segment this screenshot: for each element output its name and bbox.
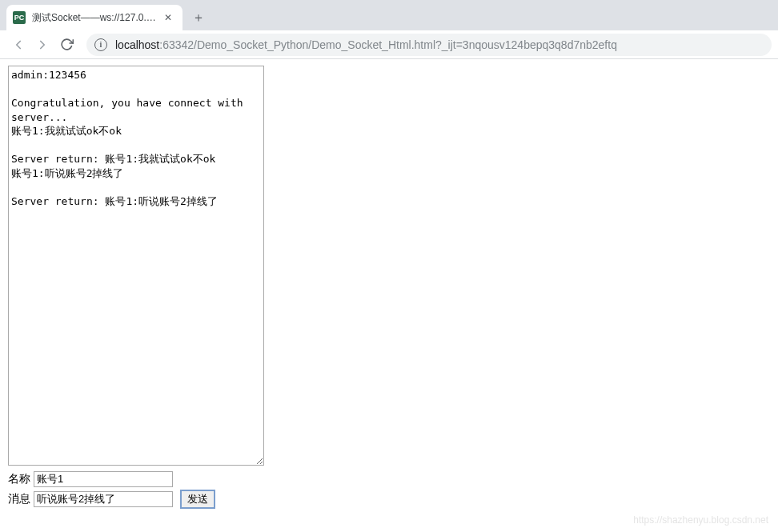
forward-button[interactable] <box>30 33 54 57</box>
tab-title: 测试Socket——ws://127.0.0.1: <box>32 11 157 25</box>
site-info-icon[interactable]: i <box>94 38 107 51</box>
log-textarea[interactable] <box>8 66 264 466</box>
message-input[interactable] <box>34 491 173 507</box>
url-text: localhost:63342/Demo_Socket_Python/Demo_… <box>115 38 617 51</box>
url-rest: :63342/Demo_Socket_Python/Demo_Socket_Ht… <box>159 38 617 51</box>
tab-favicon: PC <box>13 11 26 24</box>
browser-tab[interactable]: PC 测试Socket——ws://127.0.0.1: ✕ <box>6 5 182 30</box>
message-row: 消息 发送 <box>8 490 770 508</box>
new-tab-button[interactable]: ＋ <box>187 6 210 29</box>
message-label: 消息 <box>8 492 34 506</box>
name-row: 名称 <box>8 471 770 487</box>
reload-button[interactable] <box>54 33 78 57</box>
close-icon[interactable]: ✕ <box>162 11 174 24</box>
page-content: 名称 消息 发送 <box>0 59 778 514</box>
name-input[interactable] <box>34 471 173 487</box>
url-host: localhost <box>115 38 159 51</box>
browser-toolbar: i localhost:63342/Demo_Socket_Python/Dem… <box>0 30 778 59</box>
name-label: 名称 <box>8 472 34 486</box>
watermark: https://shazhenyu.blog.csdn.net <box>633 514 768 526</box>
tab-strip: PC 测试Socket——ws://127.0.0.1: ✕ ＋ <box>0 0 778 30</box>
address-bar[interactable]: i localhost:63342/Demo_Socket_Python/Dem… <box>86 34 772 56</box>
send-button[interactable]: 发送 <box>181 490 215 508</box>
back-button[interactable] <box>6 33 30 57</box>
